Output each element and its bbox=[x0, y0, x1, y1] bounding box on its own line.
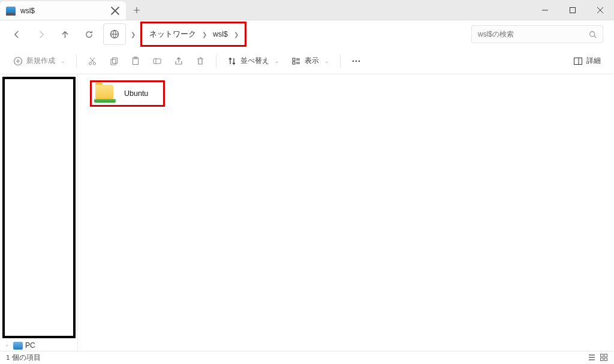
new-item-label: 新規作成 bbox=[26, 56, 55, 66]
rename-icon bbox=[152, 56, 162, 66]
nav-toolbar: ❯ ネットワーク ❯ wsl$ ❯ bbox=[0, 20, 614, 48]
navigation-pane[interactable]: › PC bbox=[0, 74, 78, 351]
svg-rect-20 bbox=[604, 358, 607, 361]
tree-item-pc[interactable]: › PC bbox=[1, 341, 77, 350]
minimize-icon bbox=[542, 7, 548, 13]
svg-rect-7 bbox=[113, 58, 118, 63]
svg-rect-11 bbox=[293, 58, 295, 61]
more-button[interactable] bbox=[347, 53, 366, 70]
copy-icon bbox=[109, 56, 119, 66]
tab-title: wsl$ bbox=[20, 7, 106, 15]
search-icon bbox=[589, 31, 597, 38]
large-icons-toggle[interactable] bbox=[600, 353, 608, 363]
svg-point-4 bbox=[89, 62, 92, 65]
svg-rect-16 bbox=[574, 58, 582, 64]
sort-label: 並べ替え bbox=[240, 56, 269, 66]
content-area[interactable]: Ubuntu bbox=[78, 74, 614, 351]
share-button[interactable] bbox=[169, 53, 188, 70]
back-button[interactable] bbox=[5, 23, 29, 45]
paste-icon bbox=[131, 56, 140, 66]
view-label: 表示 bbox=[305, 56, 319, 66]
new-item-button[interactable]: 新規作成 ⌄ bbox=[8, 52, 70, 70]
item-highlight: Ubuntu bbox=[90, 80, 165, 107]
breadcrumb-item[interactable]: ネットワーク bbox=[146, 29, 200, 40]
svg-point-2 bbox=[590, 31, 595, 36]
chevron-right-icon: › bbox=[6, 342, 11, 348]
breadcrumb[interactable]: ネットワーク ❯ wsl$ ❯ bbox=[146, 25, 241, 44]
svg-point-14 bbox=[356, 60, 357, 61]
chevron-down-icon: ⌄ bbox=[61, 58, 65, 64]
chevron-right-icon: ❯ bbox=[128, 31, 138, 38]
chevron-right-icon: ❯ bbox=[231, 31, 241, 38]
arrow-up-icon bbox=[61, 30, 70, 39]
close-icon bbox=[597, 7, 603, 13]
search-input[interactable] bbox=[478, 30, 589, 38]
details-pane-button[interactable]: 詳細 bbox=[568, 52, 606, 70]
share-icon bbox=[174, 56, 183, 66]
svg-point-13 bbox=[353, 60, 354, 61]
close-tab-button[interactable] bbox=[110, 6, 120, 16]
trash-icon bbox=[195, 56, 205, 66]
arrow-right-icon bbox=[37, 30, 46, 39]
address-bar-highlight: ネットワーク ❯ wsl$ ❯ bbox=[140, 22, 246, 47]
item-count-text: 1 個の項目 bbox=[6, 353, 41, 362]
sort-button[interactable]: 並べ替え ⌄ bbox=[222, 52, 284, 70]
up-button[interactable] bbox=[53, 23, 77, 45]
refresh-button[interactable] bbox=[77, 23, 101, 45]
titlebar: wsl$ bbox=[0, 0, 614, 20]
chevron-right-icon: ❯ bbox=[200, 31, 209, 38]
maximize-icon bbox=[570, 7, 576, 13]
search-box bbox=[471, 25, 603, 43]
pc-icon bbox=[13, 342, 23, 350]
sort-icon bbox=[227, 56, 237, 66]
breadcrumb-item[interactable]: wsl$ bbox=[209, 30, 231, 38]
view-icon bbox=[291, 56, 301, 66]
monitor-icon bbox=[6, 7, 16, 14]
svg-rect-10 bbox=[154, 59, 161, 64]
view-button[interactable]: 表示 ⌄ bbox=[287, 52, 334, 70]
folder-label: Ubuntu bbox=[124, 89, 148, 98]
svg-rect-6 bbox=[111, 59, 116, 65]
active-tab[interactable]: wsl$ bbox=[0, 1, 126, 20]
svg-rect-18 bbox=[604, 354, 607, 357]
paste-button[interactable] bbox=[126, 53, 145, 70]
details-view-toggle[interactable] bbox=[588, 353, 596, 363]
close-window-button[interactable] bbox=[586, 0, 614, 20]
minimize-button[interactable] bbox=[531, 0, 559, 20]
forward-button[interactable] bbox=[29, 23, 53, 45]
svg-rect-17 bbox=[601, 354, 604, 357]
svg-rect-12 bbox=[293, 62, 295, 64]
svg-point-5 bbox=[94, 62, 96, 65]
cut-icon bbox=[88, 56, 97, 66]
svg-point-15 bbox=[359, 60, 360, 61]
svg-rect-0 bbox=[570, 7, 576, 13]
folder-item-ubuntu[interactable]: Ubuntu bbox=[94, 85, 157, 103]
close-icon bbox=[110, 6, 120, 16]
new-tab-button[interactable] bbox=[126, 0, 148, 20]
globe-icon bbox=[110, 29, 119, 39]
plus-icon bbox=[133, 7, 140, 14]
svg-rect-19 bbox=[601, 358, 604, 361]
tree-redacted-area bbox=[2, 77, 76, 338]
cut-button[interactable] bbox=[83, 53, 102, 70]
location-scope-button[interactable] bbox=[103, 23, 126, 45]
plus-circle-icon bbox=[13, 56, 23, 66]
copy-button[interactable] bbox=[104, 53, 124, 70]
details-pane-icon bbox=[573, 56, 583, 66]
status-bar: 1 個の項目 bbox=[0, 351, 614, 364]
command-toolbar: 新規作成 ⌄ 並べ替え ⌄ 表示 ⌄ 詳細 bbox=[0, 48, 614, 74]
maximize-button[interactable] bbox=[559, 0, 586, 20]
chevron-down-icon: ⌄ bbox=[324, 58, 329, 64]
details-label: 詳細 bbox=[586, 56, 601, 66]
chevron-down-icon: ⌄ bbox=[275, 58, 279, 64]
window-controls bbox=[531, 0, 614, 20]
refresh-icon bbox=[85, 30, 94, 39]
ellipsis-icon bbox=[351, 56, 361, 66]
list-view-icon bbox=[588, 353, 596, 362]
rename-button[interactable] bbox=[148, 53, 167, 70]
tree-item-label: PC bbox=[25, 341, 35, 350]
arrow-left-icon bbox=[13, 30, 22, 39]
network-folder-icon bbox=[94, 85, 116, 103]
delete-button[interactable] bbox=[191, 53, 210, 70]
grid-view-icon bbox=[600, 353, 608, 362]
